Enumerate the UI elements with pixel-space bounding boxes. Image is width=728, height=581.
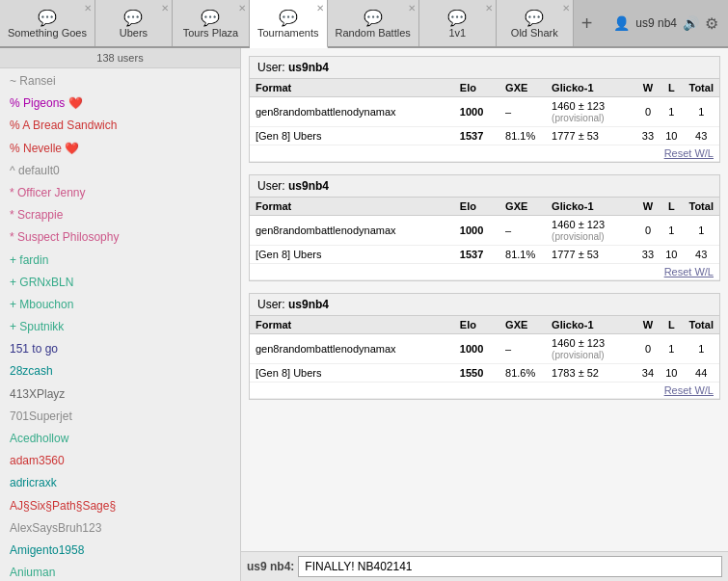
sidebar-user-count: 138 users xyxy=(0,48,240,68)
chat-icon: 💬 xyxy=(279,9,298,27)
list-item[interactable]: Acedhollow xyxy=(0,428,240,450)
list-item[interactable]: ^ default0 xyxy=(0,160,240,182)
elo-cell: 1550 xyxy=(454,364,499,383)
reset-row: Reset W/L xyxy=(250,383,719,399)
list-item[interactable]: % A Bread Sandwich xyxy=(0,115,240,137)
table-row: gen8randombattlenodynamax1000–1460 ± 123… xyxy=(250,216,719,246)
format-cell: [Gen 8] Ubers xyxy=(250,246,454,264)
table-row: gen8randombattlenodynamax1000–1460 ± 123… xyxy=(250,97,719,127)
elo-cell: 1000 xyxy=(454,216,499,246)
main-area: 138 users ~ Ransei% Pigeons ❤️% A Bread … xyxy=(0,48,728,581)
add-tab-button[interactable]: + xyxy=(574,0,601,46)
content-scroll: User: us9nb4FormatEloGXEGlicko-1WLTotalg… xyxy=(241,48,728,551)
total-cell: 43 xyxy=(683,127,719,145)
tab-bar: ✕ 💬 Something Goes ✕ 💬 Ubers ✕ 💬 Tours P… xyxy=(0,0,728,48)
list-item[interactable]: % Nevelle ❤️ xyxy=(0,138,240,160)
user-section-label: User: us9nb4 xyxy=(250,294,719,316)
list-item[interactable]: adam3560 xyxy=(0,450,240,472)
list-item[interactable]: Amigento1958 xyxy=(0,540,240,562)
col-header-total: Total xyxy=(683,316,719,334)
list-item[interactable]: % Pigeons ❤️ xyxy=(0,92,240,115)
col-header-elo: Elo xyxy=(454,198,499,216)
format-cell: gen8randombattlenodynamax xyxy=(250,334,454,364)
format-cell: [Gen 8] Ubers xyxy=(250,127,454,145)
tab-1v1[interactable]: ✕ 💬 1v1 xyxy=(419,0,497,46)
list-item[interactable]: 413XPlayz xyxy=(0,383,240,406)
list-item[interactable]: ~ Ransei xyxy=(0,70,240,92)
format-cell: [Gen 8] Ubers xyxy=(250,364,454,383)
list-item[interactable]: * Officer Jenny xyxy=(0,182,240,204)
col-header-format: Format xyxy=(250,79,454,97)
list-item[interactable]: Aniuman xyxy=(0,562,240,581)
col-header-glicko: Glicko-1 xyxy=(546,79,636,97)
user-section: User: us9nb4FormatEloGXEGlicko-1WLTotalg… xyxy=(249,56,720,163)
total-cell: 1 xyxy=(683,216,719,246)
table-row: [Gen 8] Ubers153781.1%1777 ± 53331043 xyxy=(250,127,719,145)
w-cell: 0 xyxy=(636,97,660,127)
chat-icon: 💬 xyxy=(123,9,143,27)
list-item[interactable]: * Suspect Philosophy xyxy=(0,226,240,249)
close-old-shark-icon[interactable]: ✕ xyxy=(562,3,570,13)
chat-bar: us9 nb4: xyxy=(241,551,728,581)
format-cell: gen8randombattlenodynamax xyxy=(250,216,454,246)
col-header-total: Total xyxy=(683,198,719,216)
chat-input[interactable] xyxy=(298,556,722,577)
tab-tournaments[interactable]: ✕ 💬 Tournaments xyxy=(250,0,328,48)
list-item[interactable]: 701Superjet xyxy=(0,406,240,428)
total-cell: 1 xyxy=(683,97,719,127)
tab-tours-plaza[interactable]: ✕ 💬 Tours Plaza xyxy=(173,0,250,46)
l-cell: 10 xyxy=(660,127,683,145)
chat-icon: 💬 xyxy=(38,9,57,27)
chat-icon: 💬 xyxy=(525,9,544,27)
tab-random-battles[interactable]: ✕ 💬 Random Battles xyxy=(328,0,419,46)
chat-icon: 💬 xyxy=(364,9,383,27)
list-item[interactable]: adricraxk xyxy=(0,472,240,494)
reset-wl-button[interactable]: Reset W/L xyxy=(664,384,714,396)
close-1v1-icon[interactable]: ✕ xyxy=(485,3,493,13)
list-item[interactable]: * Scrappie xyxy=(0,204,240,226)
tab-1v1-label: 1v1 xyxy=(448,27,466,39)
chat-username: us9 nb4: xyxy=(247,560,294,573)
list-item[interactable]: 151 to go xyxy=(0,338,240,360)
reset-wl-button[interactable]: Reset W/L xyxy=(664,147,714,159)
list-item[interactable]: 28zcash xyxy=(0,360,240,383)
tab-random-battles-label: Random Battles xyxy=(336,27,411,39)
tab-ubers[interactable]: ✕ 💬 Ubers xyxy=(95,0,173,46)
tab-old-shark[interactable]: ✕ 💬 Old Shark xyxy=(497,0,574,46)
gxe-cell: 81.1% xyxy=(499,246,546,264)
col-header-l: L xyxy=(660,316,683,334)
sidebar-list: ~ Ransei% Pigeons ❤️% A Bread Sandwich% … xyxy=(0,68,240,581)
w-cell: 34 xyxy=(636,364,660,383)
sound-icon[interactable]: 🔊 xyxy=(683,15,699,31)
col-header-w: W xyxy=(636,79,660,97)
close-tours-plaza-icon[interactable]: ✕ xyxy=(238,3,246,13)
close-ubers-icon[interactable]: ✕ xyxy=(161,3,169,13)
total-cell: 44 xyxy=(683,364,719,383)
reset-wl-button[interactable]: Reset W/L xyxy=(664,266,714,277)
list-item[interactable]: AJ§Six§Path§Sage§ xyxy=(0,495,240,517)
gxe-cell: 81.6% xyxy=(499,364,546,383)
list-item[interactable]: + fardin xyxy=(0,250,240,272)
list-item[interactable]: + Sputnikk xyxy=(0,316,240,338)
col-header-elo: Elo xyxy=(454,79,499,97)
user-section-label: User: us9nb4 xyxy=(250,57,719,79)
user-section-label: User: us9nb4 xyxy=(250,175,719,198)
w-cell: 0 xyxy=(636,334,660,364)
glicko-cell: 1777 ± 53 xyxy=(546,127,636,145)
list-item[interactable]: AlexSaysBruh123 xyxy=(0,517,240,540)
gxe-cell: – xyxy=(499,216,546,246)
list-item[interactable]: + GRNxBLN xyxy=(0,272,240,294)
w-cell: 0 xyxy=(636,216,660,246)
close-random-battles-icon[interactable]: ✕ xyxy=(408,3,416,13)
chat-icon: 💬 xyxy=(201,9,220,27)
l-cell: 1 xyxy=(660,216,683,246)
list-item[interactable]: + Mbouchon xyxy=(0,294,240,316)
col-header-glicko: Glicko-1 xyxy=(546,198,636,216)
close-tournaments-icon[interactable]: ✕ xyxy=(316,3,324,13)
close-something-goes-icon[interactable]: ✕ xyxy=(84,3,92,13)
elo-cell: 1537 xyxy=(454,246,499,264)
format-cell: gen8randombattlenodynamax xyxy=(250,97,454,127)
tab-something-goes[interactable]: ✕ 💬 Something Goes xyxy=(0,0,95,46)
tab-tournaments-label: Tournaments xyxy=(257,27,319,39)
settings-icon[interactable]: ⚙ xyxy=(705,14,718,33)
